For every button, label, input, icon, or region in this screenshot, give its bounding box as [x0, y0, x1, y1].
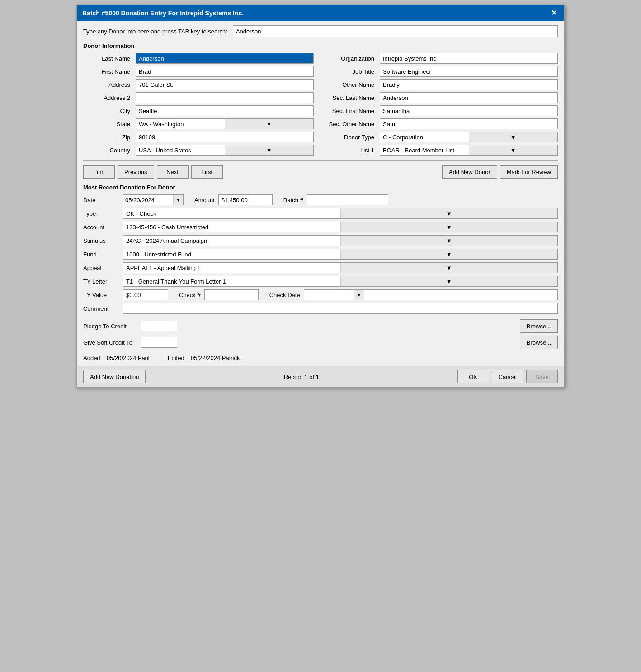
check-date-input[interactable] [304, 290, 354, 300]
fund-dropdown-icon[interactable]: ▼ [340, 249, 558, 259]
amount-input[interactable] [218, 194, 273, 205]
type-select[interactable]: CK - Check ▼ [123, 208, 558, 219]
bottom-right-buttons: OK Cancel Save [457, 370, 558, 383]
city-row: City [83, 105, 314, 116]
donor-type-value: C - Corporation [380, 133, 469, 142]
country-select[interactable]: USA - United States ▼ [136, 145, 314, 156]
other-name-input[interactable] [380, 79, 558, 90]
add-new-donation-button[interactable]: Add New Donation [83, 370, 146, 383]
cancel-button[interactable]: Cancel [492, 370, 523, 383]
previous-button[interactable]: Previous [118, 165, 154, 179]
country-label: Country [83, 147, 133, 154]
appeal-select[interactable]: APPEAL1 - Appeal Mailing 1 ▼ [123, 262, 558, 273]
state-label: State [83, 121, 133, 128]
type-value: CK - Check [123, 209, 340, 218]
check-date-label: Check Date [269, 292, 300, 298]
last-name-input[interactable] [136, 53, 314, 64]
date-label: Date [83, 197, 119, 203]
last-name-row: Last Name [83, 53, 314, 64]
comment-label: Comment [83, 305, 119, 312]
last-name-label: Last Name [83, 55, 133, 62]
date-wrapper: ▼ [123, 194, 184, 205]
donor-type-label: Donor Type [327, 134, 377, 141]
ok-button[interactable]: OK [457, 370, 489, 383]
ty-value-input[interactable] [123, 289, 168, 300]
state-row: State WA - Washington ▼ [83, 118, 314, 129]
comment-row: Comment [83, 303, 558, 314]
sec-first-name-input[interactable] [380, 105, 558, 116]
close-button[interactable]: ✕ [549, 9, 559, 17]
address-input[interactable] [136, 79, 314, 90]
soft-credit-input[interactable] [141, 337, 177, 348]
ty-letter-label: TY Letter [83, 278, 119, 285]
browse1-button[interactable]: Browse... [520, 319, 558, 333]
pledge-row: Pledge To Credit Browse... [83, 319, 558, 333]
search-input[interactable] [233, 25, 558, 37]
stimulus-dropdown-icon[interactable]: ▼ [340, 236, 558, 246]
amount-label: Amount [194, 197, 215, 203]
first-button[interactable]: First [191, 165, 223, 179]
state-select[interactable]: WA - Washington ▼ [136, 118, 314, 129]
list1-select[interactable]: BOAR - Board Member List ▼ [380, 145, 558, 156]
date-input[interactable] [123, 195, 173, 205]
country-value: USA - United States [136, 146, 225, 155]
ty-letter-select[interactable]: T1 - General Thank-You Form Letter 1 ▼ [123, 276, 558, 287]
stimulus-select[interactable]: 24AC - 2024 Annual Campaign ▼ [123, 235, 558, 246]
stimulus-row: Stimulus 24AC - 2024 Annual Campaign ▼ [83, 235, 558, 246]
sec-last-name-input[interactable] [380, 92, 558, 103]
batch-input[interactable] [307, 194, 388, 205]
nav-button-row: Find Previous Next First Add New Donor M… [83, 165, 558, 179]
sec-last-name-row: Sec. Last Name [327, 92, 558, 103]
account-select[interactable]: 123-45-456 - Cash Unrestricted ▼ [123, 222, 558, 232]
edited-info: Edited: 05/22/2024 Patrick [168, 355, 240, 361]
browse2-button[interactable]: Browse... [520, 336, 558, 349]
fund-value: 1000 - Unrestricted Fund [123, 250, 340, 259]
address2-input[interactable] [136, 92, 314, 103]
city-label: City [83, 108, 133, 114]
list1-dropdown-icon[interactable]: ▼ [469, 145, 558, 155]
other-name-label: Other Name [327, 81, 377, 88]
pledge-credit-label: Pledge To Credit [83, 323, 137, 330]
country-dropdown-icon[interactable]: ▼ [225, 145, 314, 155]
soft-credit-label: Give Soft Credit To [83, 339, 137, 346]
zip-input[interactable] [136, 132, 314, 142]
mark-for-review-button[interactable]: Mark For Review [500, 165, 558, 179]
donor-type-row: Donor Type C - Corporation ▼ [327, 132, 558, 142]
search-row: Type any Donor info here and press TAB k… [83, 25, 558, 37]
pledge-credit-input[interactable] [141, 321, 177, 331]
org-row: Organization [327, 53, 558, 64]
date-dropdown-icon[interactable]: ▼ [173, 195, 183, 205]
account-dropdown-icon[interactable]: ▼ [340, 222, 558, 232]
ty-letter-dropdown-icon[interactable]: ▼ [340, 276, 558, 286]
sec-other-name-input[interactable] [380, 118, 558, 129]
sec-other-name-row: Sec. Other Name [327, 118, 558, 129]
job-title-input[interactable] [380, 66, 558, 77]
appeal-dropdown-icon[interactable]: ▼ [340, 263, 558, 273]
city-input[interactable] [136, 105, 314, 116]
batch-label: Batch # [283, 197, 303, 203]
ty-value-label: TY Value [83, 292, 119, 298]
state-dropdown-icon[interactable]: ▼ [225, 119, 314, 129]
bottom-bar: Add New Donation Record 1 of 1 OK Cancel… [77, 366, 564, 387]
type-dropdown-icon[interactable]: ▼ [340, 208, 558, 218]
first-name-input[interactable] [136, 66, 314, 77]
save-button[interactable]: Save [526, 370, 558, 383]
donor-type-dropdown-icon[interactable]: ▼ [469, 132, 558, 142]
org-input[interactable] [380, 53, 558, 64]
check-num-input[interactable] [204, 289, 259, 300]
find-button[interactable]: Find [83, 165, 115, 179]
donor-type-select[interactable]: C - Corporation ▼ [380, 132, 558, 142]
comment-input[interactable] [123, 303, 558, 314]
job-title-label: Job Title [327, 68, 377, 75]
type-label: Type [83, 210, 119, 217]
form-left: Last Name First Name Address Address 2 C… [83, 53, 314, 156]
country-row: Country USA - United States ▼ [83, 145, 314, 156]
donor-info-title: Donor Information [83, 43, 558, 49]
fund-select[interactable]: 1000 - Unrestricted Fund ▼ [123, 249, 558, 260]
edited-value: 05/22/2024 Patrick [191, 355, 240, 361]
list1-value: BOAR - Board Member List [380, 146, 469, 155]
next-button[interactable]: Next [157, 165, 189, 179]
add-new-donor-button[interactable]: Add New Donor [442, 165, 497, 179]
first-name-label: First Name [83, 68, 133, 75]
check-date-dropdown-icon[interactable]: ▼ [354, 290, 364, 300]
